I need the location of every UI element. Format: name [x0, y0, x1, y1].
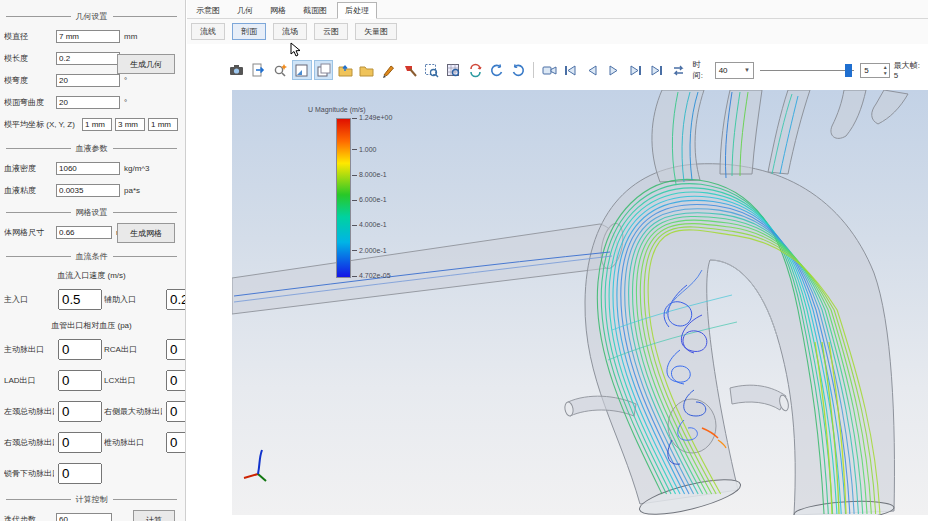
- tab-mesh[interactable]: 网格: [263, 3, 293, 18]
- outlet-input[interactable]: [166, 370, 186, 391]
- geometry-row-bend: 模弯度 °: [4, 74, 179, 87]
- edit-colormap-pen-icon[interactable]: [379, 60, 399, 80]
- main-inlet-input[interactable]: [58, 289, 102, 310]
- zoom-to-data-icon[interactable]: [444, 60, 464, 80]
- outlet-input[interactable]: [166, 401, 186, 422]
- load-state-folder-icon[interactable]: [357, 60, 377, 80]
- outlet-label: 右侧最大动脉出口: [104, 406, 162, 417]
- last-frame-icon[interactable]: [647, 60, 667, 80]
- delete-axe-icon[interactable]: [400, 60, 420, 80]
- diameter-label: 模直径: [4, 31, 56, 42]
- viscosity-label: 血液粘度: [4, 185, 56, 196]
- combo-arrow-icon: ▼: [744, 67, 750, 73]
- outlet-input[interactable]: [58, 432, 102, 453]
- blood-row-density: 血液密度 kg/m^3: [4, 162, 179, 175]
- viscosity-input[interactable]: [56, 184, 120, 197]
- tab-section-view[interactable]: 截面图: [296, 3, 334, 18]
- outlet-input[interactable]: [58, 401, 102, 422]
- outlet-input[interactable]: [58, 370, 102, 391]
- animation-camera-icon[interactable]: [539, 60, 559, 80]
- orientation-axes: [244, 450, 266, 481]
- tab-geometry[interactable]: 几何: [230, 3, 260, 18]
- run-button[interactable]: 计算: [133, 510, 175, 521]
- time-combobox[interactable]: 40 ▼: [715, 62, 754, 79]
- rotate-cw-icon[interactable]: [487, 60, 507, 80]
- loop-icon[interactable]: [669, 60, 689, 80]
- legend-tick-label: 8.000e-1: [352, 171, 387, 178]
- subtab-flowfield[interactable]: 流场: [273, 23, 307, 40]
- tab-postprocess[interactable]: 后处理: [337, 2, 377, 19]
- outlet-label: LAD出口: [4, 375, 54, 386]
- surface-bend-label: 模面弯曲度: [4, 97, 56, 108]
- mouse-cursor: [290, 42, 302, 58]
- postprocess-page: 时间: 40 ▼ 5 ▲▼ 最大帧: 5: [187, 44, 928, 521]
- max-frame-label: 最大帧: 5: [894, 60, 926, 80]
- outlet-input[interactable]: [166, 432, 186, 453]
- outlet-input[interactable]: [58, 463, 102, 484]
- time-slider[interactable]: [760, 63, 854, 78]
- spinner-arrows-icon[interactable]: ▲▼: [883, 64, 888, 76]
- zoom-box-icon[interactable]: [422, 60, 442, 80]
- legend-tick-label: 4.000e-1: [352, 221, 387, 228]
- legend-tick-label: 1.000: [352, 146, 377, 153]
- geometry-row-surface-bend: 模面弯曲度 °: [4, 96, 179, 109]
- mesh-size-input[interactable]: [56, 226, 112, 239]
- outlet-label: 左颈总动脉出口: [4, 406, 54, 417]
- viscosity-unit: pa*s: [124, 186, 140, 195]
- first-frame-icon[interactable]: [561, 60, 581, 80]
- rotate-ccw-icon[interactable]: [509, 60, 529, 80]
- preview-magnifier-icon[interactable]: [270, 60, 290, 80]
- generate-geometry-button[interactable]: 生成几何: [117, 54, 175, 74]
- outlet-label: 椎动脉出口: [104, 437, 162, 448]
- geometry-row-length: 模长度 m 生成几何: [4, 52, 179, 65]
- coord-z-input[interactable]: [148, 118, 178, 131]
- coord-y-input[interactable]: [115, 118, 145, 131]
- aux-inlet-input[interactable]: [166, 289, 186, 310]
- generate-mesh-button[interactable]: 生成网格: [117, 223, 175, 243]
- outlet-label: 右颈总动脉出口: [4, 437, 54, 448]
- parameter-panel: 几何设置 模直径 mm 模长度 m 生成几何 模弯度 ° 模面弯曲度 ° 模平均…: [0, 0, 186, 521]
- tab-schematic[interactable]: 示意图: [189, 3, 227, 18]
- screenshot-icon[interactable]: [227, 60, 247, 80]
- frame-value: 5: [864, 66, 868, 75]
- geometry-row-coords: 模平均坐标 (X, Y, Z): [4, 118, 179, 131]
- steps-input[interactable]: [56, 513, 112, 521]
- legend-colorbar: [336, 118, 351, 278]
- density-input[interactable]: [56, 162, 120, 175]
- outlet-input[interactable]: [58, 339, 102, 360]
- outlet-label: RCA出口: [104, 344, 162, 355]
- play-icon[interactable]: [604, 60, 624, 80]
- catheter-tube: [232, 221, 627, 314]
- render-viewport[interactable]: U Magnitude (m/s) 1.249e+001.0008.000e-1…: [232, 90, 928, 515]
- legend-title: U Magnitude (m/s): [308, 106, 428, 113]
- subtab-vector[interactable]: 矢量图: [355, 23, 397, 40]
- copy-view-icon[interactable]: [314, 60, 334, 80]
- section-geometry-title: 几何设置: [6, 11, 177, 22]
- subtab-streamline[interactable]: 流线: [191, 23, 225, 40]
- length-input[interactable]: [56, 52, 120, 65]
- mesh-size-label: 体网格尺寸: [4, 227, 56, 238]
- slider-handle[interactable]: [845, 64, 852, 77]
- previous-frame-icon[interactable]: [582, 60, 602, 80]
- export-view-icon[interactable]: [249, 60, 269, 80]
- inlet-grid: 主入口 辅助入口: [4, 289, 179, 310]
- bend-input[interactable]: [56, 74, 120, 87]
- save-state-folder-icon[interactable]: [335, 60, 355, 80]
- reset-camera-icon[interactable]: [465, 60, 485, 80]
- coord-x-input[interactable]: [82, 118, 112, 131]
- density-label: 血液密度: [4, 163, 56, 174]
- steps-label: 迭代步数: [4, 514, 56, 521]
- capture-frame-icon[interactable]: [292, 60, 312, 80]
- next-frame-icon[interactable]: [626, 60, 646, 80]
- surface-bend-input[interactable]: [56, 96, 120, 109]
- tab-strip: 示意图 几何 网格 截面图 后处理 流线 剖面 流场 云图 矢量图: [187, 0, 928, 45]
- frame-spinner[interactable]: 5 ▲▼: [860, 63, 890, 78]
- diameter-unit: mm: [124, 32, 137, 41]
- subtab-contour[interactable]: 云图: [314, 23, 348, 40]
- subtab-slice[interactable]: 剖面: [232, 23, 266, 40]
- length-label: 模长度: [4, 53, 56, 64]
- app-window: 几何设置 模直径 mm 模长度 m 生成几何 模弯度 ° 模面弯曲度 ° 模平均…: [0, 0, 928, 521]
- blood-row-viscosity: 血液粘度 pa*s: [4, 184, 179, 197]
- diameter-input[interactable]: [56, 30, 120, 43]
- outlet-input[interactable]: [166, 339, 186, 360]
